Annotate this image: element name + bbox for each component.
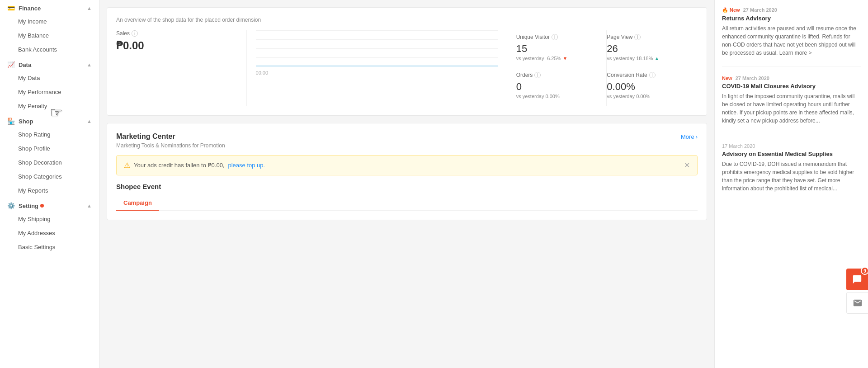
sidebar-finance-header[interactable]: 💳 Finance ▲ <box>0 0 99 14</box>
chart-line <box>256 66 498 66</box>
news-body-2: In light of the imposed community quaran… <box>722 92 861 125</box>
orders-info-icon[interactable]: i <box>534 72 541 78</box>
news-badge-text-1: New <box>730 7 740 13</box>
email-icon <box>853 298 863 308</box>
data-icon: 📈 <box>7 61 15 68</box>
sidebar-item-shop-rating[interactable]: Shop Rating <box>0 127 99 142</box>
sidebar-item-bank-accounts[interactable]: Bank Accounts <box>0 42 99 57</box>
floating-buttons: 9 <box>846 269 868 314</box>
sidebar-item-basic-settings[interactable]: Basic Settings <box>0 240 99 254</box>
page-view-label: Page View <box>607 34 632 40</box>
content-area: An overview of the shop data for the pla… <box>99 0 868 368</box>
news-item-2: New 27 March 2020 COVID-19 Mall Closures… <box>722 75 861 134</box>
center-panel: An overview of the shop data for the pla… <box>99 0 714 368</box>
news-body-3: Due to COVID-19, DOH issued a memorandum… <box>722 160 861 193</box>
sidebar-item-my-reports[interactable]: My Reports <box>0 184 99 198</box>
unique-visitor-label-row: Unique Visitor i <box>516 34 601 40</box>
page-view-cell: Page View i 26 vs yesterday 18.18% ▲ <box>607 30 698 68</box>
unique-visitor-vs-text: vs yesterday -6.25% <box>516 56 563 61</box>
setting-chevron: ▲ <box>87 203 92 208</box>
more-link[interactable]: More › <box>681 133 698 140</box>
news-badge-text-2: New <box>722 75 732 81</box>
unique-visitor-value: 15 <box>516 43 601 55</box>
finance-label: Finance <box>19 5 41 12</box>
finance-icon: 💳 <box>7 5 15 12</box>
marketing-card: Marketing Center More › Marketing Tools … <box>107 123 707 220</box>
chart-y-line-2 <box>256 39 498 40</box>
stats-right-grid: Unique Visitor i 15 vs yesterday -6.25% … <box>507 30 698 106</box>
chart-area: 00:00 <box>247 30 507 106</box>
page-view-vs: vs yesterday 18.18% ▲ <box>607 56 692 61</box>
sidebar-setting-header[interactable]: ⚙️ Setting ▲ <box>0 198 99 212</box>
right-panel: 🔥 New 27 March 2020 Returns Advisory All… <box>714 0 868 368</box>
sidebar-item-shop-decoration[interactable]: Shop Decoration <box>0 156 99 170</box>
sales-label-text: Sales <box>116 30 130 37</box>
unique-visitor-cell: Unique Visitor i 15 vs yesterday -6.25% … <box>516 30 607 68</box>
data-label: Data <box>19 61 31 68</box>
stats-subtitle: An overview of the shop data for the pla… <box>116 17 698 23</box>
news-badge-2: New 27 March 2020 <box>722 75 861 81</box>
news-title-2: COVID-19 Mall Closures Advisory <box>722 83 861 90</box>
sidebar-item-my-addresses[interactable]: My Addresses <box>0 226 99 240</box>
shop-icon: 🏪 <box>7 118 15 125</box>
conversion-info-icon[interactable]: i <box>649 72 656 78</box>
alert-text: Your ads credit has fallen to ₱0.00, <box>134 162 224 169</box>
sidebar-item-my-penalty[interactable]: My Penalty <box>0 99 99 113</box>
sidebar-item-my-performance[interactable]: My Performance <box>0 85 99 99</box>
more-label: More <box>681 133 694 140</box>
sales-value: ₱0.00 <box>116 39 237 52</box>
news-item-3: 17 March 2020 Advisory on Essential Medi… <box>722 143 861 202</box>
shop-items: Shop Rating Shop Profile Shop Decoration… <box>0 127 99 198</box>
sales-section: Sales i ₱0.00 <box>116 30 247 106</box>
chat-button[interactable]: 9 <box>846 269 868 290</box>
news-item-1: 🔥 New 27 March 2020 Returns Advisory All… <box>722 7 861 66</box>
conversion-label: Conversion Rate <box>607 72 647 78</box>
finance-chevron: ▲ <box>87 5 92 11</box>
news-badge-1: 🔥 New 27 March 2020 <box>722 7 861 13</box>
sidebar-item-my-income[interactable]: My Income <box>0 14 99 28</box>
tab-campaign[interactable]: Campaign <box>116 196 159 211</box>
page-view-label-row: Page View i <box>607 34 692 40</box>
sidebar-item-my-shipping[interactable]: My Shipping <box>0 212 99 226</box>
alert-banner-left: ⚠ Your ads credit has fallen to ₱0.00, p… <box>124 161 265 170</box>
stats-top-row: Sales i ₱0.00 <box>116 30 698 106</box>
page-view-vs-text: vs yesterday 18.18% <box>607 56 654 61</box>
alert-top-up-link[interactable]: please top up. <box>228 162 265 169</box>
shop-label: Shop <box>19 118 33 125</box>
chat-badge: 9 <box>861 267 868 275</box>
sidebar-shop-header[interactable]: 🏪 Shop ▲ <box>0 113 99 127</box>
email-button[interactable] <box>846 292 868 314</box>
orders-label: Orders <box>516 72 533 78</box>
marketing-card-header: Marketing Center More › <box>116 132 698 141</box>
chart-y-line-3 <box>256 48 498 49</box>
sidebar-data-header[interactable]: 📈 Data ▲ <box>0 57 99 71</box>
tabs-row: Campaign <box>116 196 698 211</box>
page-view-trend-icon: ▲ <box>655 56 660 61</box>
news-date-1: 27 March 2020 <box>743 7 777 13</box>
more-chevron-icon: › <box>696 133 698 140</box>
alert-warning-icon: ⚠ <box>124 161 130 170</box>
data-items: My Data My Performance My Penalty <box>0 71 99 113</box>
page-view-info-icon[interactable]: i <box>634 34 641 40</box>
alert-close-button[interactable]: ✕ <box>684 161 690 170</box>
orders-vs: vs yesterday 0.00% — <box>516 94 601 99</box>
chart-y-lines <box>256 30 498 66</box>
page-view-value: 26 <box>607 43 692 55</box>
sidebar-item-my-balance[interactable]: My Balance <box>0 28 99 42</box>
unique-visitor-trend-icon: ▼ <box>562 56 567 61</box>
unique-visitor-info-icon[interactable]: i <box>552 34 558 40</box>
finance-items: My Income My Balance Bank Accounts <box>0 14 99 57</box>
news-body-1: All return activities are paused and wil… <box>722 24 861 57</box>
marketing-title: Marketing Center <box>116 132 175 141</box>
orders-cell: Orders i 0 vs yesterday 0.00% — <box>516 68 607 106</box>
news-date-3: 17 March 2020 <box>722 143 861 149</box>
sidebar-item-shop-categories[interactable]: Shop Categories <box>0 170 99 184</box>
shopee-event-title: Shopee Event <box>116 183 698 190</box>
sidebar: 💳 Finance ▲ My Income My Balance Bank Ac… <box>0 0 99 368</box>
sales-info-icon[interactable]: i <box>132 30 138 37</box>
chart-y-line-4 <box>256 57 498 58</box>
marketing-subtitle: Marketing Tools & Nominations for Promot… <box>116 142 698 149</box>
sidebar-item-my-data[interactable]: My Data <box>0 71 99 85</box>
sales-label-row: Sales i <box>116 30 237 37</box>
sidebar-item-shop-profile[interactable]: Shop Profile <box>0 142 99 156</box>
